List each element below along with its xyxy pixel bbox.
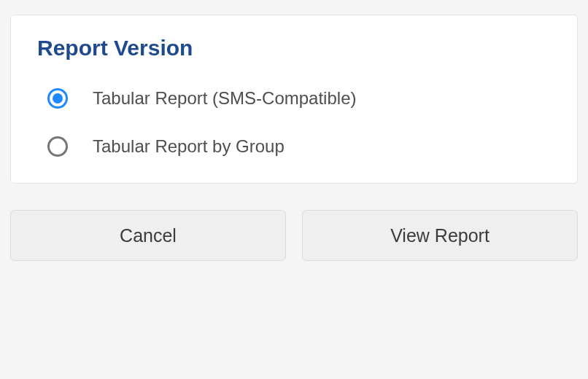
radio-icon: [47, 136, 68, 157]
cancel-button[interactable]: Cancel: [10, 210, 286, 261]
option-label: Tabular Report by Group: [93, 136, 285, 157]
option-tabular-group[interactable]: Tabular Report by Group: [47, 136, 551, 157]
report-version-panel: Report Version Tabular Report (SMS-Compa…: [10, 15, 578, 184]
dialog-root: Report Version Tabular Report (SMS-Compa…: [0, 0, 588, 379]
report-version-options: Tabular Report (SMS-Compatible) Tabular …: [37, 88, 551, 157]
dialog-button-row: Cancel View Report: [10, 210, 578, 261]
option-label: Tabular Report (SMS-Compatible): [93, 88, 356, 109]
option-tabular-sms[interactable]: Tabular Report (SMS-Compatible): [47, 88, 551, 109]
view-report-button[interactable]: View Report: [302, 210, 578, 261]
radio-icon: [47, 88, 68, 109]
panel-title: Report Version: [37, 36, 551, 60]
